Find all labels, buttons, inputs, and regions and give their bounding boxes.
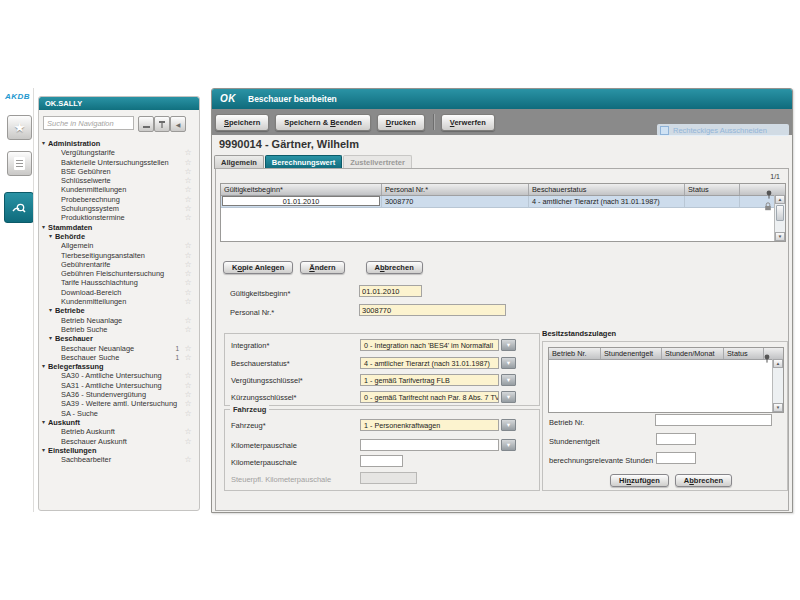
favorite-star-icon[interactable]: ☆ — [182, 269, 194, 278]
grid-cell[interactable]: 01.01.2010 — [221, 196, 382, 207]
grid-edit-cell[interactable]: 01.01.2010 — [222, 196, 380, 206]
grid-col-status[interactable]: Status — [685, 184, 740, 195]
notes-button[interactable] — [7, 151, 32, 176]
navigation-search-input[interactable] — [43, 116, 134, 130]
nav-item-geb-hrentarife[interactable]: Gebührentarife☆ — [39, 260, 199, 269]
nav-item-probeberechnung[interactable]: Probeberechnung☆ — [39, 195, 199, 204]
favorite-star-icon[interactable]: ☆ — [182, 371, 194, 380]
nav-item-allgemein[interactable]: Allgemein☆ — [39, 241, 199, 250]
besitz-col-stunden-monat[interactable]: Stunden/Monat — [662, 348, 724, 359]
collapse-sidebar-button[interactable]: ◀ — [170, 116, 186, 132]
tab-berechnungswert[interactable]: Berechnungswert — [265, 155, 342, 169]
cancel-button[interactable]: Abbrechen — [675, 474, 732, 487]
favorite-star-icon[interactable]: ☆ — [182, 297, 194, 306]
nav-item-bakterielle-untersuchungsstellen[interactable]: Bakterielle Untersuchungsstellen☆ — [39, 158, 199, 167]
pin-sidebar-button[interactable] — [154, 116, 170, 132]
nav-item-beschauer-auskunft[interactable]: Beschauer Auskunft☆ — [39, 437, 199, 446]
save-button[interactable]: Speichern — [215, 114, 269, 131]
tree-collapse-icon[interactable]: ▾ — [42, 139, 45, 148]
nav-item-betrieb-suche[interactable]: Betrieb Suche☆ — [39, 325, 199, 334]
favorite-star-icon[interactable]: ☆ — [182, 288, 194, 297]
grid-cell[interactable]: 3008770 — [382, 196, 529, 207]
nav-item-bse-geb-hren[interactable]: BSE Gebühren☆ — [39, 167, 199, 176]
nav-item-betrieb-auskunft[interactable]: Betrieb Auskunft☆ — [39, 427, 199, 436]
kilometerpauschale-dropdown-icon[interactable]: ▼ — [501, 439, 516, 451]
grid-row[interactable]: 01.01.201030087704 - amtlicher Tierarzt … — [221, 196, 785, 208]
tree-collapse-icon[interactable]: ▾ — [49, 306, 52, 315]
tree-collapse-icon[interactable]: ▾ — [42, 362, 45, 371]
scroll-up-icon[interactable]: ▲ — [773, 359, 783, 368]
favorite-star-icon[interactable]: ☆ — [182, 381, 194, 390]
nav-item-sa31-amtliche-untersuchung[interactable]: SA31 - Amtliche Untersuchung☆ — [39, 381, 199, 390]
betrieb-nr-input[interactable] — [655, 414, 772, 426]
favorite-star-icon[interactable]: ☆ — [182, 344, 194, 353]
favorite-star-icon[interactable]: ☆ — [182, 437, 194, 446]
fahrzeug-select[interactable]: 1 - Personenkraftwagen — [360, 419, 499, 431]
favorite-star-icon[interactable]: ☆ — [182, 176, 194, 185]
scroll-thumb[interactable] — [776, 205, 784, 221]
nav-item-download-bereich[interactable]: Download-Bereich☆ — [39, 288, 199, 297]
stundenentgelt-input[interactable] — [656, 433, 696, 445]
integration-dropdown-icon[interactable]: ▼ — [501, 339, 516, 351]
print-button[interactable]: Drucken — [377, 114, 425, 131]
nav-group-stammdaten[interactable]: ▾Stammdaten — [39, 223, 199, 232]
grid-col-personal-nr[interactable]: Personal Nr.* — [382, 184, 529, 195]
nav-item-tierbeseitigungsanstalten[interactable]: Tierbeseitigungsanstalten☆ — [39, 251, 199, 260]
tree-collapse-icon[interactable]: ▾ — [42, 418, 45, 427]
kuerzungsschluessel-dropdown-icon[interactable]: ▼ — [501, 391, 516, 403]
record-grid[interactable]: Gültigkeitsbeginn*Personal Nr.*Beschauer… — [220, 183, 786, 242]
discard-button[interactable]: Verwerfen — [441, 114, 495, 131]
besitz-col-betrieb-nr[interactable]: Betrieb Nr. — [549, 348, 601, 359]
nav-item-sachbearbeiter[interactable]: Sachbearbeiter☆ — [39, 455, 199, 464]
besitz-grid[interactable]: Betrieb Nr.StundenentgeltStunden/MonatSt… — [548, 347, 784, 413]
nav-item-beschauer-neuanlage[interactable]: Beschauer Neuanlage1☆ — [39, 344, 199, 353]
favorite-star-icon[interactable]: ☆ — [182, 278, 194, 287]
personalnr-input[interactable] — [359, 304, 506, 316]
nav-item-tarife-hausschlachtung[interactable]: Tarife Hausschlachtung☆ — [39, 278, 199, 287]
nav-group-einstellungen[interactable]: ▾Einstellungen — [39, 446, 199, 455]
favorite-star-icon[interactable]: ☆ — [182, 260, 194, 269]
cancel-button[interactable]: Abbrechen — [366, 261, 423, 274]
favorite-star-icon[interactable]: ☆ — [182, 353, 194, 362]
nav-item-kundenmitteilungen[interactable]: Kundenmitteilungen☆ — [39, 185, 199, 194]
favorite-star-icon[interactable]: ☆ — [182, 213, 194, 222]
besitz-col-stundenentgelt[interactable]: Stundenentgelt — [601, 348, 662, 359]
gueltigkeitsbeginn-input[interactable] — [359, 285, 422, 297]
verguetungsschluessel-select[interactable]: 1 - gemäß Tarifvertrag FLB — [360, 374, 499, 386]
favorite-star-icon[interactable]: ☆ — [182, 316, 194, 325]
favorite-star-icon[interactable]: ☆ — [182, 241, 194, 250]
favorite-star-icon[interactable]: ☆ — [182, 409, 194, 418]
scroll-down-icon[interactable]: ▼ — [773, 403, 783, 412]
besitz-scrollbar[interactable]: ▲ ▼ — [772, 359, 783, 412]
favorite-star-icon[interactable]: ☆ — [182, 251, 194, 260]
tree-collapse-icon[interactable]: ▾ — [49, 334, 52, 343]
nav-item-sa39-weitere-amtl-untersuchung[interactable]: SA39 - Weitere amtl. Untersuchung☆ — [39, 399, 199, 408]
favorite-star-icon[interactable]: ☆ — [182, 399, 194, 408]
nav-item-sa-suche[interactable]: SA - Suche☆ — [39, 409, 199, 418]
beschauerstatus-dropdown-icon[interactable]: ▼ — [501, 357, 516, 369]
verguetungsschluessel-dropdown-icon[interactable]: ▼ — [501, 374, 516, 386]
tree-collapse-icon[interactable]: ▾ — [42, 223, 45, 232]
favorite-star-icon[interactable]: ☆ — [182, 455, 194, 464]
add-button[interactable]: Hinzufügen — [610, 474, 669, 487]
nav-item-sa30-amtliche-untersuchung[interactable]: SA30 - Amtliche Untersuchung☆ — [39, 371, 199, 380]
tab-allgemein[interactable]: Allgemein — [214, 155, 264, 169]
favorite-star-icon[interactable]: ☆ — [182, 325, 194, 334]
besitz-pin-icon[interactable] — [763, 349, 771, 367]
favorite-star-icon[interactable]: ☆ — [182, 167, 194, 176]
nav-item-schulungssystem[interactable]: Schulungssystem☆ — [39, 204, 199, 213]
favorite-star-icon[interactable]: ☆ — [182, 158, 194, 167]
favorites-button[interactable]: ★ — [7, 115, 32, 140]
nav-item-produktionstermine[interactable]: Produktionstermine☆ — [39, 213, 199, 222]
besitz-col-status[interactable]: Status — [724, 348, 764, 359]
favorite-star-icon[interactable]: ☆ — [182, 427, 194, 436]
save-and-close-button[interactable]: Speichern & Beenden — [275, 114, 371, 131]
fahrzeug-dropdown-icon[interactable]: ▼ — [501, 419, 516, 431]
nav-item-geb-hren-fleischuntersuchung[interactable]: Gebühren Fleischuntersuchung☆ — [39, 269, 199, 278]
nav-group-auskunft[interactable]: ▾Auskunft — [39, 418, 199, 427]
grid-col-beschauerstatus[interactable]: Beschauerstatus — [529, 184, 685, 195]
nav-group-beschauer[interactable]: ▾Beschauer — [39, 334, 199, 343]
berechnungsrelevante-stunden-input[interactable] — [656, 452, 696, 464]
grid-cell[interactable]: 4 - amtlicher Tierarzt (nach 31.01.1987) — [529, 196, 685, 207]
scroll-up-icon[interactable]: ▲ — [775, 195, 785, 204]
